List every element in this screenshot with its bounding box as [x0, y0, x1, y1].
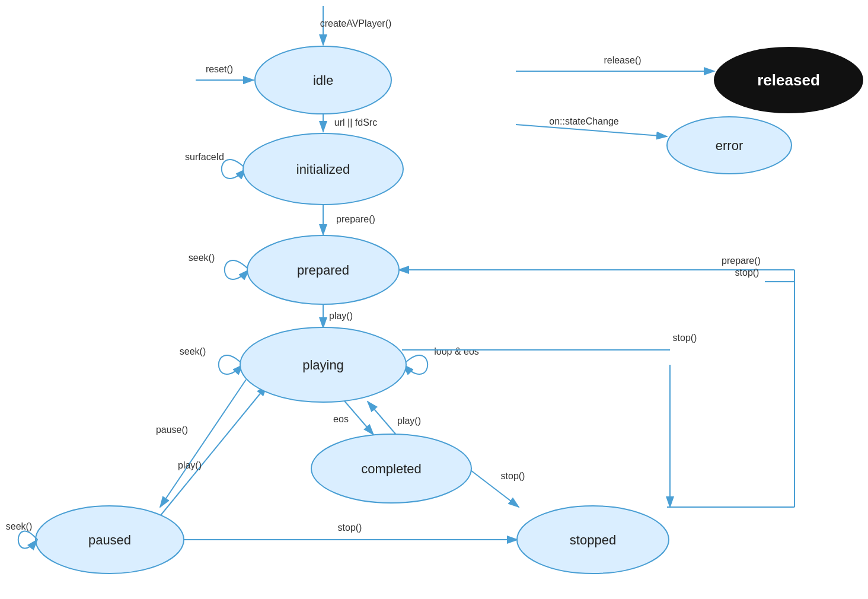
arrow-seek-paused [18, 531, 37, 549]
arrow-loop-eos-playing [403, 355, 427, 374]
label-seek-prepared: seek() [189, 253, 215, 263]
label-prepare-stopped: prepare() [722, 256, 761, 266]
label-seek-paused: seek() [6, 521, 32, 531]
label-stop-completed: stop() [501, 471, 525, 481]
label-prepare1: prepare() [336, 214, 375, 224]
label-reset: reset() [206, 64, 233, 74]
arrow-seek-playing [219, 355, 243, 374]
label-loop-eos: loop & eos [434, 346, 479, 356]
label-play-paused: play() [178, 460, 202, 470]
arrow-completed-playing [368, 402, 397, 436]
arrow-playing-paused [160, 380, 246, 507]
state-completed-label: completed [361, 461, 422, 476]
label-release: release() [604, 55, 641, 65]
arrow-paused-playing [160, 385, 267, 516]
label-play-completed: play() [397, 416, 421, 426]
state-playing-label: playing [302, 358, 344, 372]
arrow-seek-prepared [225, 260, 249, 279]
state-error-label: error [716, 138, 743, 153]
label-eos: eos [333, 414, 349, 424]
label-play1: play() [329, 311, 353, 321]
label-stop-paused: stop() [338, 522, 362, 533]
state-prepared-label: prepared [297, 263, 349, 278]
label-pause: pause() [156, 425, 188, 435]
state-stopped-label: stopped [570, 533, 616, 547]
label-stop-prepared: stop() [735, 267, 760, 278]
state-initialized-label: initialized [296, 162, 350, 177]
label-urlfdsrc: url || fdSrc [334, 117, 377, 128]
state-paused-label: paused [88, 533, 131, 547]
label-seek-playing: seek() [180, 346, 206, 356]
arrow-surfaceid-self [222, 160, 246, 179]
label-statechange: on::stateChange [549, 116, 619, 126]
state-released-label: released [757, 71, 820, 89]
arrow-statechange [516, 125, 667, 136]
state-idle-label: idle [313, 73, 333, 88]
label-create: createAVPlayer() [320, 18, 392, 28]
label-surfaceid: surfaceId [185, 152, 224, 162]
label-stop-playing: stop() [673, 333, 697, 343]
